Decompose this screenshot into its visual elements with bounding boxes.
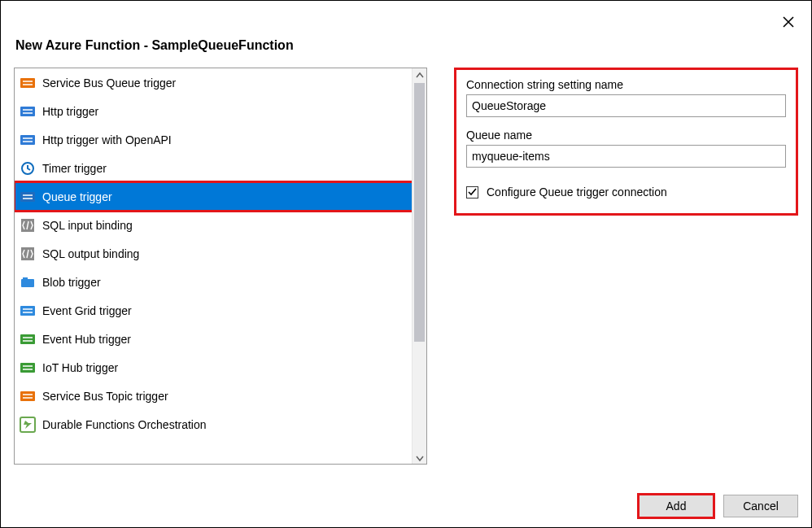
list-item-label: Queue trigger: [42, 190, 112, 203]
list-item[interactable]: Service Bus Queue trigger: [15, 68, 426, 97]
list-item[interactable]: Timer trigger: [15, 154, 426, 182]
list-item-label: Service Bus Topic trigger: [42, 390, 168, 403]
http-icon: [20, 103, 36, 120]
event-hub-icon: [20, 331, 36, 347]
dialog-title: New Azure Function - SampleQueueFunction: [15, 38, 805, 53]
iot-hub-icon: [20, 360, 36, 376]
scroll-down-icon[interactable]: [413, 451, 426, 465]
scroll-track[interactable]: [413, 83, 426, 451]
svg-rect-1: [20, 107, 35, 116]
list-item-label: Event Hub trigger: [42, 333, 131, 346]
trigger-listbox[interactable]: Service Bus Queue triggerHttp triggerHtt…: [14, 68, 427, 465]
sql-icon: [20, 217, 36, 233]
dialog-body: Service Bus Queue triggerHttp triggerHtt…: [7, 68, 805, 465]
queue-input[interactable]: [466, 145, 786, 168]
scroll-up-icon[interactable]: [413, 68, 426, 83]
svg-rect-11: [20, 363, 35, 373]
list-item-label: Durable Functions Orchestration: [42, 418, 207, 431]
list-item[interactable]: Queue trigger: [15, 182, 426, 211]
scroll-thumb[interactable]: [414, 83, 425, 342]
list-item[interactable]: IoT Hub trigger: [15, 353, 426, 382]
svg-rect-8: [23, 277, 28, 280]
blob-icon: [20, 274, 36, 290]
list-item-label: Blob trigger: [42, 276, 101, 289]
durable-icon: [20, 417, 36, 433]
queue-icon: [20, 189, 36, 205]
event-grid-icon: [20, 303, 36, 319]
service-bus-topic-icon: [20, 388, 36, 404]
list-item[interactable]: Durable Functions Orchestration: [15, 410, 426, 439]
list-item-label: Http trigger with OpenAPI: [42, 133, 172, 146]
configure-checkbox-label: Configure Queue trigger connection: [487, 185, 667, 199]
configure-checkbox-row[interactable]: Configure Queue trigger connection: [466, 185, 786, 199]
list-item-label: Service Bus Queue trigger: [42, 76, 176, 89]
list-item[interactable]: Http trigger with OpenAPI: [15, 125, 426, 154]
svg-rect-10: [20, 334, 35, 344]
list-item-label: Http trigger: [42, 105, 98, 118]
http-icon: [20, 132, 36, 148]
list-item[interactable]: Event Hub trigger: [15, 325, 426, 353]
svg-rect-4: [20, 192, 35, 202]
timer-icon: [20, 160, 36, 177]
sql-icon: [20, 246, 36, 262]
svg-rect-2: [20, 135, 35, 145]
list-item[interactable]: Blob trigger: [15, 268, 426, 296]
svg-rect-0: [20, 78, 35, 88]
svg-rect-12: [20, 391, 35, 401]
add-button[interactable]: Add: [639, 495, 714, 517]
list-item-label: SQL input binding: [42, 219, 133, 232]
svg-rect-9: [20, 306, 35, 316]
list-item-label: Event Grid trigger: [42, 304, 132, 317]
list-item-label: IoT Hub trigger: [42, 361, 118, 374]
list-item-label: Timer trigger: [42, 162, 107, 175]
list-item[interactable]: Http trigger: [15, 97, 426, 125]
add-button-label: Add: [666, 500, 687, 513]
conn-label: Connection string setting name: [466, 78, 786, 91]
svg-rect-7: [21, 279, 34, 287]
settings-panel: Connection string setting name Queue nam…: [454, 68, 798, 216]
service-bus-queue-icon: [20, 75, 36, 91]
dialog-window: New Azure Function - SampleQueueFunction…: [0, 0, 812, 528]
list-item[interactable]: Service Bus Topic trigger: [15, 382, 426, 410]
list-item-label: SQL output binding: [42, 247, 139, 260]
conn-input[interactable]: [466, 94, 786, 117]
dialog-footer: Add Cancel: [639, 495, 798, 517]
list-item[interactable]: Event Grid trigger: [15, 296, 426, 325]
scrollbar[interactable]: [412, 68, 426, 464]
cancel-button-label: Cancel: [743, 500, 779, 513]
trigger-settings-column: Connection string setting name Queue nam…: [454, 68, 798, 465]
configure-checkbox[interactable]: [466, 186, 478, 199]
queue-label: Queue name: [466, 129, 786, 142]
cancel-button[interactable]: Cancel: [723, 495, 798, 517]
trigger-list-column: Service Bus Queue triggerHttp triggerHtt…: [14, 68, 427, 465]
close-icon[interactable]: [780, 14, 797, 30]
list-item[interactable]: SQL input binding: [15, 211, 426, 239]
list-item[interactable]: SQL output binding: [15, 239, 426, 268]
